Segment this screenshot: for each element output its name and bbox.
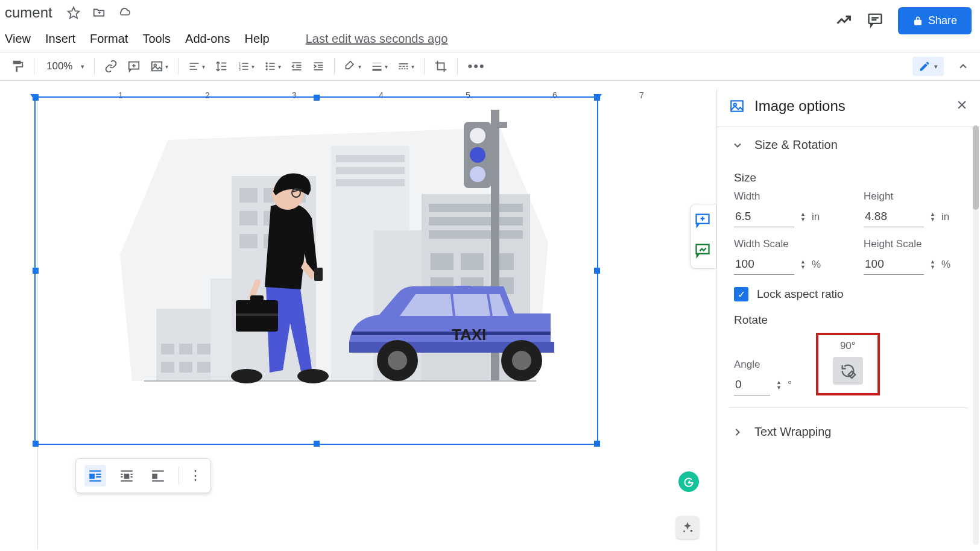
svg-rect-111 xyxy=(121,476,122,477)
menu-help[interactable]: Help xyxy=(245,32,270,46)
document-page: TAXI xyxy=(37,102,595,549)
svg-point-21 xyxy=(266,68,268,70)
rotate-90-button[interactable] xyxy=(833,357,863,385)
resize-handle-bl[interactable] xyxy=(33,441,39,447)
height-scale-input[interactable] xyxy=(864,254,924,275)
border-color-icon[interactable] xyxy=(341,57,365,76)
add-comment-rail-icon[interactable] xyxy=(694,212,712,231)
insert-image-icon[interactable] xyxy=(147,56,172,77)
svg-rect-121 xyxy=(731,101,743,111)
comments-icon[interactable] xyxy=(867,11,884,31)
bulleted-list-icon[interactable] xyxy=(261,57,285,76)
zoom-dropdown[interactable]: 100% ▾ xyxy=(40,57,88,76)
resize-handle-mt[interactable] xyxy=(314,95,320,101)
wrap-text-button[interactable] xyxy=(116,465,138,486)
svg-rect-68 xyxy=(429,217,523,225)
grammarly-icon[interactable] xyxy=(678,471,699,492)
menu-addons[interactable]: Add-ons xyxy=(185,32,230,46)
svg-rect-116 xyxy=(152,480,164,482)
sidebar-scrollbar[interactable] xyxy=(973,125,979,545)
lock-aspect-checkbox[interactable]: ✓ xyxy=(734,287,748,301)
resize-handle-tr[interactable] xyxy=(594,95,600,101)
angle-input[interactable] xyxy=(734,374,770,395)
rotate-90-label: 90° xyxy=(833,340,863,352)
svg-point-17 xyxy=(266,62,268,64)
menu-view[interactable]: View xyxy=(5,32,31,46)
border-weight-icon[interactable] xyxy=(367,57,391,76)
crop-icon[interactable] xyxy=(431,56,451,77)
width-scale-input[interactable] xyxy=(734,254,794,275)
lock-aspect-row[interactable]: ✓ Lock aspect ratio xyxy=(734,287,963,301)
cloud-status-icon[interactable] xyxy=(118,6,131,19)
link-icon[interactable] xyxy=(101,56,121,77)
align-icon[interactable] xyxy=(185,57,209,76)
wrap-inline-button[interactable] xyxy=(84,465,106,486)
image-options-sidebar: Image options Size & Rotation Size Width… xyxy=(716,89,980,551)
width-scale-stepper[interactable]: ▲▼ xyxy=(800,259,806,269)
decrease-indent-icon[interactable] xyxy=(287,57,306,76)
separator xyxy=(34,58,34,75)
top-right-actions: Share xyxy=(835,7,972,34)
width-stepper[interactable]: ▲▼ xyxy=(800,212,806,222)
last-edit-link[interactable]: Last edit was seconds ago xyxy=(306,32,448,46)
svg-rect-103 xyxy=(89,474,95,479)
paint-format-icon[interactable] xyxy=(7,56,28,77)
svg-text:TAXI: TAXI xyxy=(452,326,486,344)
width-scale-label: Width Scale xyxy=(734,238,833,250)
angle-label: Angle xyxy=(734,359,792,371)
height-input[interactable] xyxy=(864,206,924,227)
increase-indent-icon[interactable] xyxy=(309,57,328,76)
lock-aspect-label: Lock aspect ratio xyxy=(757,288,844,301)
svg-rect-87 xyxy=(352,332,551,335)
svg-marker-0 xyxy=(68,7,79,18)
suggest-edit-rail-icon[interactable] xyxy=(694,242,712,261)
resize-handle-mb[interactable] xyxy=(314,441,320,447)
resize-handle-mr[interactable] xyxy=(594,268,600,274)
height-scale-label: Height Scale xyxy=(864,238,963,250)
svg-rect-112 xyxy=(131,476,133,477)
height-stepper[interactable]: ▲▼ xyxy=(930,212,935,222)
width-input[interactable] xyxy=(734,206,794,227)
svg-point-79 xyxy=(470,147,485,163)
svg-rect-44 xyxy=(161,344,174,354)
add-comment-icon[interactable] xyxy=(124,56,144,77)
star-icon[interactable] xyxy=(67,6,80,19)
more-icon[interactable]: ••• xyxy=(464,55,488,78)
menu-format[interactable]: Format xyxy=(90,32,128,46)
rotate-90-highlight: 90° xyxy=(816,333,880,395)
svg-rect-107 xyxy=(121,470,133,471)
menu-insert[interactable]: Insert xyxy=(45,32,75,46)
numbered-list-icon[interactable]: 123 xyxy=(234,57,258,76)
collapse-toolbar-icon[interactable] xyxy=(953,57,973,76)
selected-image[interactable]: TAXI xyxy=(90,104,566,405)
angle-stepper[interactable]: ▲▼ xyxy=(776,380,782,390)
explore-button[interactable] xyxy=(676,516,699,539)
text-wrapping-header[interactable]: Text Wrapping xyxy=(717,414,980,450)
share-button[interactable]: Share xyxy=(898,7,972,34)
wrap-more-icon[interactable]: ⋮ xyxy=(189,468,202,483)
svg-rect-64 xyxy=(336,179,405,186)
svg-rect-110 xyxy=(131,474,133,475)
wrap-break-button[interactable] xyxy=(147,465,169,486)
scrollbar-thumb[interactable] xyxy=(973,125,979,210)
activity-icon[interactable] xyxy=(835,11,852,31)
svg-rect-34 xyxy=(399,63,408,65)
line-spacing-icon[interactable] xyxy=(211,56,232,77)
move-folder-icon[interactable] xyxy=(92,6,106,19)
svg-rect-101 xyxy=(236,313,278,316)
size-rotation-header[interactable]: Size & Rotation xyxy=(717,127,980,163)
resize-handle-br[interactable] xyxy=(594,441,600,447)
close-icon[interactable] xyxy=(956,99,968,114)
svg-point-19 xyxy=(266,65,268,67)
resize-handle-tl[interactable] xyxy=(33,95,39,101)
sidebar-header: Image options xyxy=(717,89,980,123)
resize-handle-ml[interactable] xyxy=(33,268,39,274)
svg-rect-81 xyxy=(492,122,507,128)
image-selection-border[interactable]: TAXI xyxy=(34,96,598,445)
border-dash-icon[interactable] xyxy=(394,57,418,76)
editing-mode-button[interactable]: ▾ xyxy=(912,57,944,76)
menu-tools[interactable]: Tools xyxy=(142,32,171,46)
svg-rect-109 xyxy=(121,474,122,475)
height-scale-stepper[interactable]: ▲▼ xyxy=(930,259,935,269)
document-title[interactable]: cument xyxy=(5,4,52,21)
